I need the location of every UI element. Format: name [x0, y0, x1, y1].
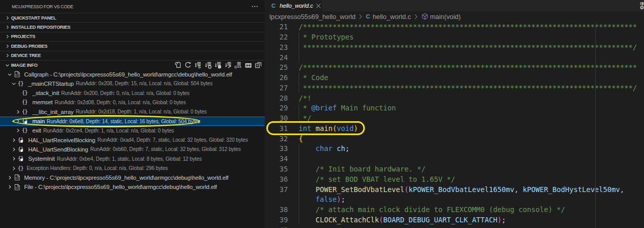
tree-item-label: _stack_init [32, 90, 59, 96]
section-header-device-tree[interactable]: DEVICE TREE [0, 51, 265, 60]
section-header-debug-probes[interactable]: DEBUG PROBES [0, 41, 265, 50]
tree-item-_stack_init[interactable]: {}_stack_initRunAddr: 0x200, Depth: 0, n… [0, 88, 265, 98]
callgraph-cpp-filter-icon[interactable]: C++ [234, 61, 242, 69]
mcuxpresso-sidebar: MCUXPRESSO FOR VS CODE QUICKSTART PANELI… [0, 0, 265, 228]
section-label: PROJECTS [11, 34, 35, 39]
chevron-right-icon[interactable] [6, 174, 13, 182]
indent-guide [299, 204, 299, 215]
code-line-39[interactable]: 39 CLOCK_AttachClk(BOARD_DEBUG_UART_CLK_… [265, 215, 644, 225]
code-line-22[interactable]: 22 * Prototypes [265, 32, 644, 42]
bracket-icon: {} [22, 127, 29, 134]
tree-item-hal_uartreceiveblocking[interactable]: {}HAL_UartReceiveBlockingRunAddr: 0xad4,… [0, 135, 265, 144]
chevron-right-icon[interactable] [14, 108, 22, 116]
code-line-24[interactable]: 24 [265, 52, 644, 63]
tree-item-exception[interactable]: {}Exception Handlers: Depth: 0, n/a, Loc… [0, 163, 265, 173]
chevron-right-icon[interactable] [10, 145, 17, 154]
chevron-down-icon[interactable] [4, 61, 11, 69]
code-line-37[interactable]: 37 POWER_SetBodVbatLevel(kPOWER_BodVbatL… [265, 184, 644, 195]
indent-guide [299, 83, 299, 93]
chevron-down-icon[interactable] [6, 70, 13, 79]
code-line-34[interactable]: 34 [265, 154, 644, 164]
tab-hello-world-c[interactable]: C hello_world.c [265, 0, 322, 11]
chevron-right-icon[interactable] [4, 42, 11, 50]
tree-item-file[interactable]: File - C:\projects\lpcxpresso55s69_hello… [0, 182, 265, 192]
code-line-23[interactable]: 23 *************************************… [265, 42, 644, 52]
line-number: 28 [265, 94, 288, 102]
svg-text:}: } [25, 89, 28, 96]
more-actions-icon[interactable] [250, 2, 259, 11]
tree-item-memset[interactable]: {}memsetRunAddr: 0x2d08, Depth: 0, n/a, … [0, 98, 265, 107]
tree-item-description: RunAddr: 0x208, Depth: 15, n/a, Local: n… [76, 81, 212, 86]
tree-item-label: __libc_init_array [32, 109, 73, 115]
code-line-28[interactable]: 28/*! [265, 93, 644, 103]
line-number: 36 [265, 175, 288, 183]
tree-item-_maincrtstartup[interactable]: {}_mainCRTStartupRunAddr: 0x208, Depth: … [0, 79, 265, 88]
code-line-27[interactable]: 27 *************************************… [265, 83, 644, 93]
code-text: * @brief Main function [288, 104, 396, 112]
chevron-right-icon[interactable] [4, 32, 11, 41]
tree-item-memory[interactable]: Memory - C:\projects\lpcxpresso55s69_hel… [0, 173, 265, 182]
tree-item-hal_uartsendblocking[interactable]: {}HAL_UartSendBlockingRunAddr: 0xb60, De… [0, 145, 265, 154]
chevron-right-icon[interactable] [10, 164, 17, 173]
svg-text:C++: C++ [235, 65, 242, 69]
tree-item-label: _mainCRTStartup [28, 81, 74, 87]
bracket-dot-icon: {} [17, 146, 25, 153]
chevron-right-icon[interactable] [6, 183, 13, 191]
expand-ranges-icon[interactable] [244, 61, 252, 69]
tree-item-label: exit [32, 127, 41, 134]
section-header-image-info[interactable]: IMAGE INFOSC++ [0, 60, 265, 69]
close-tab-icon[interactable] [315, 2, 322, 9]
collapse-all-icon[interactable] [254, 61, 262, 69]
tree-item-callgraph[interactable]: Callgraph - C:\projects\lpcxpresso55s69_… [0, 69, 265, 79]
c-language-icon: C [271, 3, 276, 9]
code-line-25[interactable]: 25/*************************************… [265, 62, 644, 72]
editor-action-icon[interactable] [640, 2, 644, 10]
image-info-tree: Callgraph - C:\projects\lpcxpresso55s69_… [0, 69, 265, 192]
tree-item-description: RunAddr: 0x200, Depth: 0, n/a, Local: n/… [61, 90, 189, 96]
callgraph-sort-size-icon[interactable]: S [194, 61, 202, 69]
svg-text:}: } [25, 99, 28, 105]
file-code-icon [13, 184, 21, 191]
code-line-36[interactable]: 36 /* set BOD VBAT level to 1.65V */ [265, 174, 644, 184]
chevron-right-icon[interactable] [4, 51, 11, 60]
tab-strip: C hello_world.c [265, 0, 644, 11]
code-line-40[interactable]: 40 [265, 225, 644, 228]
section-header-projects[interactable]: PROJECTS [0, 32, 265, 41]
line-number: 37 [265, 185, 288, 194]
breadcrumb-item-hello-world-c[interactable]: Chello_world.c [366, 13, 411, 21]
breadcrumb-item-lpcxpresso55s69-hello-world[interactable]: lpcxpresso55s69_hello_world [269, 13, 356, 21]
code-line-38[interactable]: 38 /* attach main clock divide to FLEXCO… [265, 204, 644, 215]
section-label: DEVICE TREE [11, 53, 41, 58]
chevron-right-icon[interactable] [14, 126, 22, 135]
breadcrumb-item-main-void-[interactable]: main(void) [421, 13, 461, 21]
section-header-installed-repositories[interactable]: INSTALLED REPOSITORIES [0, 22, 265, 31]
breadcrumbs: lpcxpresso55s69_hello_worldChello_world.… [265, 11, 644, 22]
line-number: 23 [265, 43, 288, 51]
line-number: 38 [265, 205, 288, 214]
indent-guide [299, 103, 299, 113]
svg-text:S: S [198, 64, 201, 69]
code-line-37-wrap[interactable]: false); [265, 194, 644, 204]
refresh-icon[interactable] [184, 61, 192, 69]
code-line-33[interactable]: 33 char ch; [265, 144, 644, 154]
line-number: 29 [265, 104, 288, 112]
tree-item-exit[interactable]: {}exitRunAddr: 0x2ce4, Depth: 1, n/a, Lo… [0, 126, 265, 135]
callgraph-goto-symbol-icon[interactable] [224, 61, 232, 69]
section-header-quickstart-panel[interactable]: QUICKSTART PANEL [0, 13, 265, 22]
callgraph-filter-none-icon[interactable] [204, 61, 212, 69]
code-line-21[interactable]: 21/*************************************… [265, 22, 644, 32]
load-symbols-file-icon[interactable] [174, 61, 182, 69]
code-text: /* Init board hardware. */ [288, 165, 425, 173]
code-line-29[interactable]: 29 * @brief Main function [265, 103, 644, 113]
chevron-right-icon[interactable] [10, 136, 17, 144]
chevron-right-icon[interactable] [10, 155, 17, 163]
indent-guide [299, 164, 299, 174]
chevron-right-icon[interactable] [4, 14, 11, 22]
chevron-right-icon[interactable] [4, 23, 11, 31]
code-line-35[interactable]: 35 /* Init board hardware. */ [265, 164, 644, 174]
tree-item-systeminit[interactable]: {}SystemInitRunAddr: 0xbe4, Depth: 1, st… [0, 154, 265, 163]
line-number: 21 [265, 23, 288, 31]
chevron-down-icon[interactable] [10, 80, 17, 88]
callgraph-filter-static-icon[interactable] [214, 61, 222, 69]
code-line-26[interactable]: 26 * Code [265, 72, 644, 83]
